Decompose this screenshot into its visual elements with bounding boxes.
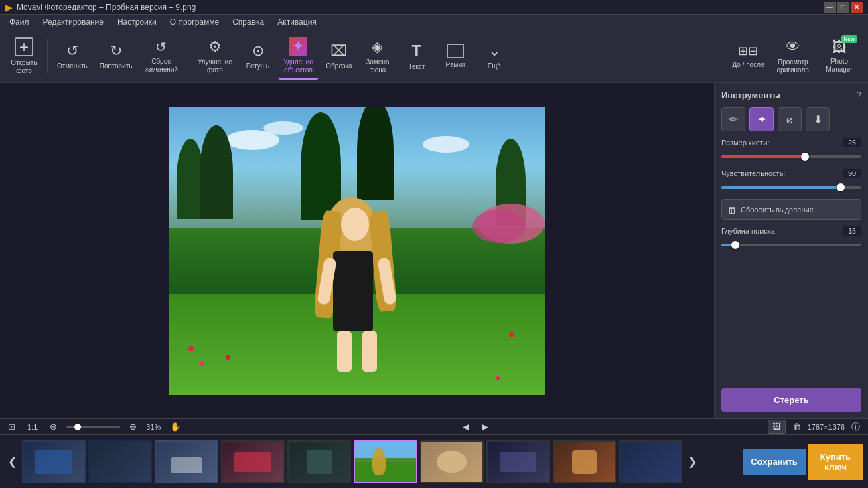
retouch-icon: ⊙: [252, 42, 264, 60]
reset-icon: ↺: [155, 39, 167, 55]
zoom-out-button[interactable]: ⊖: [47, 420, 60, 433]
stamp-tool-button[interactable]: ⬇: [806, 107, 830, 131]
toolbar-separator-1: [47, 39, 48, 73]
filmstrip-thumb-7[interactable]: [420, 440, 484, 483]
menu-settings[interactable]: Настройки: [111, 16, 163, 28]
close-button[interactable]: ✕: [851, 2, 863, 13]
filmstrip-thumb-9[interactable]: [553, 440, 616, 483]
open-icon: +: [15, 37, 33, 56]
zoom-in-button[interactable]: ⊕: [127, 420, 139, 433]
filmstrip-prev-button[interactable]: ❮: [5, 453, 19, 471]
remove-objects-button[interactable]: ✦ Удалениеобъектов: [278, 33, 319, 80]
more-button[interactable]: ⌄ Ещё: [476, 33, 513, 80]
magic-wand-icon: ✦: [757, 113, 766, 126]
erase-button[interactable]: Стереть: [721, 388, 861, 412]
title-bar-left: ▶ Movavi Фоторедактор – Пробная версия –…: [5, 2, 196, 13]
depth-track[interactable]: [721, 244, 861, 246]
menu-edit[interactable]: Редактирование: [36, 16, 111, 28]
delete-image-button[interactable]: 🗑: [790, 420, 804, 433]
filmstrip-thumb-8[interactable]: [486, 440, 550, 483]
filmstrip-thumb-5[interactable]: [287, 440, 351, 483]
menu-file[interactable]: Файл: [3, 16, 36, 28]
image-view-button[interactable]: 🖼: [768, 420, 786, 434]
brush-size-fill: [721, 155, 805, 158]
prev-button[interactable]: ◀: [460, 420, 472, 433]
brush-size-section: Размер кисти: 25: [721, 138, 861, 162]
text-label: Текст: [408, 63, 425, 71]
frames-button[interactable]: Рамки: [437, 33, 474, 80]
toolbar-separator-2: [188, 39, 188, 73]
brush-size-track[interactable]: [721, 155, 861, 158]
canvas-area[interactable]: [0, 83, 714, 418]
remove-objects-icon: ✦: [289, 37, 307, 56]
filmstrip-thumb-6-active[interactable]: [354, 440, 417, 483]
toolbar: + Открытьфото ↺ Отменить ↻ Повторить ↺ С…: [0, 29, 868, 83]
one-to-one-button[interactable]: 1:1: [25, 422, 40, 432]
sensitivity-fill: [721, 186, 841, 189]
bg-replace-button[interactable]: ◈ Заменафона: [359, 33, 396, 80]
save-button[interactable]: Сохранить: [743, 449, 806, 475]
reset-selection-row: 🗑 Сбросить выделение: [721, 199, 861, 220]
depth-value: 15: [843, 226, 861, 236]
photo-canvas: [169, 107, 545, 395]
depth-label: Глубина поиска:: [721, 227, 777, 235]
buy-key-button[interactable]: Купить ключ: [808, 444, 863, 480]
right-panel: Инструменты ? ✏ ✦ ⌀ ⬇ Размер кисти: 25: [714, 83, 868, 418]
tools-row: ✏ ✦ ⌀ ⬇: [721, 107, 861, 131]
maximize-button[interactable]: □: [837, 2, 849, 13]
reset-button[interactable]: ↺ Сбросизменений: [139, 33, 184, 80]
crop-button[interactable]: ⌧ Обрезка: [320, 33, 358, 80]
title-bar-controls: — □ ✕: [824, 2, 863, 13]
new-badge: New: [841, 35, 857, 43]
filmstrip-thumb-4[interactable]: [221, 440, 285, 483]
before-after-button[interactable]: ⊞⊟ До / после: [727, 33, 770, 80]
menu-about[interactable]: О программе: [163, 16, 226, 28]
preview-original-button[interactable]: 👁 Просмотроригинала: [772, 33, 814, 80]
brush-tool-button[interactable]: ✏: [721, 107, 745, 131]
remove-objects-label: Удалениеобъектов: [283, 58, 313, 74]
filmstrip-thumb-2[interactable]: [88, 440, 152, 483]
menu-help[interactable]: Справка: [226, 16, 271, 28]
photo-manager-button[interactable]: New 🖼 PhotoManager: [816, 33, 863, 80]
info-button[interactable]: ⓘ: [849, 420, 863, 434]
brush-size-thumb[interactable]: [801, 153, 809, 161]
hand-tool-button[interactable]: ✋: [167, 420, 184, 433]
stamp-icon: ⬇: [814, 113, 822, 126]
enhance-button[interactable]: ⚙ Улучшениефото: [192, 33, 238, 80]
filmstrip-thumb-3[interactable]: [155, 440, 218, 483]
photo-manager-label: PhotoManager: [826, 58, 852, 74]
depth-thumb[interactable]: [731, 241, 739, 249]
before-after-label: До / после: [732, 61, 764, 69]
more-label: Ещё: [488, 62, 501, 70]
brush-size-value: 25: [843, 138, 861, 147]
image-size: 1787×1376: [808, 423, 845, 431]
fit-button[interactable]: ⊡: [5, 420, 18, 433]
zoom-thumb[interactable]: [74, 424, 81, 430]
next-button[interactable]: ▶: [479, 420, 491, 433]
reset-selection-label: Сбросить выделение: [741, 206, 814, 214]
text-button[interactable]: T Текст: [398, 33, 435, 80]
zoom-slider[interactable]: [66, 426, 120, 428]
retouch-label: Ретушь: [246, 62, 269, 70]
filmstrip-next-button[interactable]: ❯: [685, 453, 699, 471]
undo-button[interactable]: ↺ Отменить: [52, 33, 93, 80]
frames-icon: [447, 44, 464, 58]
filmstrip-thumb-10[interactable]: [619, 440, 682, 483]
menu-activate[interactable]: Активация: [271, 16, 323, 28]
magic-wand-button[interactable]: ✦: [749, 107, 774, 131]
panel-title: Инструменты: [721, 90, 780, 100]
panel-help[interactable]: ?: [856, 90, 861, 100]
sensitivity-track[interactable]: [721, 186, 861, 189]
reset-selection-button[interactable]: 🗑 Сбросить выделение: [721, 199, 861, 220]
app-icon: ▶: [5, 2, 13, 13]
open-photo-button[interactable]: + Открытьфото: [5, 33, 43, 80]
before-after-icon: ⊞⊟: [738, 44, 758, 58]
retouch-button[interactable]: ⊙ Ретушь: [239, 33, 277, 80]
minimize-button[interactable]: —: [824, 2, 836, 13]
filmstrip-thumb-1[interactable]: [22, 440, 86, 483]
sensitivity-section: Чувствительность: 90: [721, 169, 861, 193]
redo-label: Повторить: [100, 62, 133, 70]
lasso-tool-button[interactable]: ⌀: [778, 107, 802, 131]
sensitivity-thumb[interactable]: [837, 183, 845, 191]
redo-button[interactable]: ↻ Повторить: [94, 33, 138, 80]
